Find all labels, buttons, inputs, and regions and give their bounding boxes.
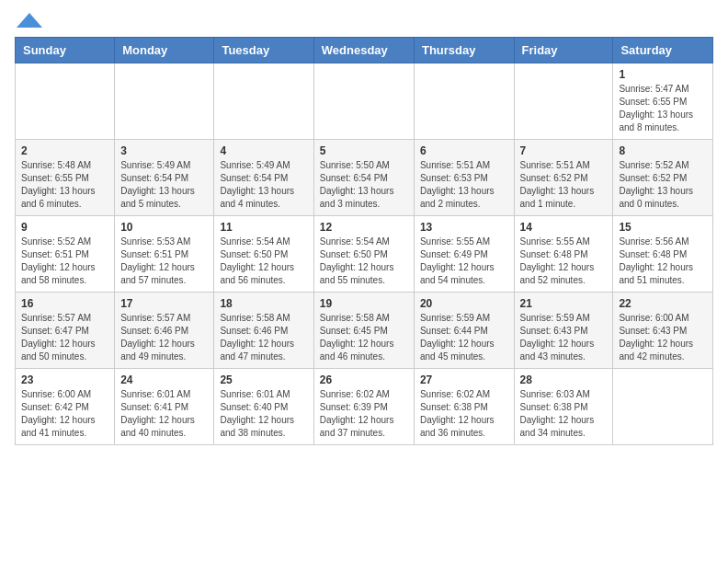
- svg-marker-0: [17, 13, 42, 28]
- day-number: 13: [420, 221, 508, 234]
- day-number: 12: [320, 221, 408, 234]
- day-number: 18: [220, 297, 307, 310]
- day-cell: 6Sunrise: 5:51 AM Sunset: 6:53 PM Daylig…: [414, 140, 514, 216]
- day-cell: 7Sunrise: 5:51 AM Sunset: 6:52 PM Daylig…: [514, 140, 613, 216]
- day-number: 2: [21, 144, 108, 157]
- day-number: 19: [320, 297, 408, 310]
- day-number: 8: [619, 144, 707, 157]
- day-cell: 16Sunrise: 5:57 AM Sunset: 6:47 PM Dayli…: [16, 293, 115, 369]
- day-info: Sunrise: 5:54 AM Sunset: 6:50 PM Dayligh…: [320, 236, 408, 287]
- day-number: 23: [21, 373, 108, 386]
- day-info: Sunrise: 5:49 AM Sunset: 6:54 PM Dayligh…: [120, 159, 208, 211]
- calendar-table: SundayMondayTuesdayWednesdayThursdayFrid…: [15, 37, 713, 445]
- day-info: Sunrise: 5:55 AM Sunset: 6:48 PM Dayligh…: [520, 236, 608, 287]
- day-number: 26: [320, 373, 408, 386]
- day-info: Sunrise: 6:00 AM Sunset: 6:42 PM Dayligh…: [21, 388, 108, 440]
- day-header-friday: Friday: [514, 38, 613, 63]
- day-cell: 11Sunrise: 5:54 AM Sunset: 6:50 PM Dayli…: [214, 216, 313, 293]
- day-header-monday: Monday: [115, 38, 214, 63]
- day-info: Sunrise: 5:55 AM Sunset: 6:49 PM Dayligh…: [420, 236, 508, 287]
- day-number: 28: [520, 373, 608, 386]
- day-cell: [313, 63, 414, 140]
- week-row-0: 1Sunrise: 5:47 AM Sunset: 6:55 PM Daylig…: [16, 63, 713, 140]
- day-number: 4: [220, 144, 307, 157]
- week-row-3: 16Sunrise: 5:57 AM Sunset: 6:47 PM Dayli…: [16, 293, 713, 369]
- day-cell: 28Sunrise: 6:03 AM Sunset: 6:38 PM Dayli…: [514, 369, 613, 445]
- day-info: Sunrise: 5:48 AM Sunset: 6:55 PM Dayligh…: [21, 159, 108, 211]
- day-number: 24: [120, 373, 208, 386]
- day-cell: 4Sunrise: 5:49 AM Sunset: 6:54 PM Daylig…: [214, 140, 313, 216]
- day-info: Sunrise: 5:52 AM Sunset: 6:52 PM Dayligh…: [619, 159, 707, 211]
- day-cell: 10Sunrise: 5:53 AM Sunset: 6:51 PM Dayli…: [115, 216, 214, 293]
- day-number: 25: [220, 373, 307, 386]
- day-header-wednesday: Wednesday: [313, 38, 414, 63]
- day-number: 10: [120, 221, 208, 234]
- day-info: Sunrise: 5:47 AM Sunset: 6:55 PM Dayligh…: [619, 83, 707, 134]
- day-info: Sunrise: 6:00 AM Sunset: 6:43 PM Dayligh…: [619, 312, 707, 363]
- week-row-4: 23Sunrise: 6:00 AM Sunset: 6:42 PM Dayli…: [16, 369, 713, 445]
- day-info: Sunrise: 5:56 AM Sunset: 6:48 PM Dayligh…: [619, 236, 707, 287]
- day-cell: 19Sunrise: 5:58 AM Sunset: 6:45 PM Dayli…: [313, 293, 414, 369]
- day-cell: 22Sunrise: 6:00 AM Sunset: 6:43 PM Dayli…: [613, 293, 713, 369]
- day-number: 21: [520, 297, 608, 310]
- day-number: 6: [420, 144, 508, 157]
- day-info: Sunrise: 6:02 AM Sunset: 6:39 PM Dayligh…: [320, 388, 408, 440]
- day-number: 27: [420, 373, 508, 386]
- day-cell: 13Sunrise: 5:55 AM Sunset: 6:49 PM Dayli…: [414, 216, 514, 293]
- calendar-header-row: SundayMondayTuesdayWednesdayThursdayFrid…: [16, 38, 713, 63]
- day-number: 9: [21, 221, 108, 234]
- day-info: Sunrise: 5:49 AM Sunset: 6:54 PM Dayligh…: [220, 159, 307, 211]
- day-cell: [214, 63, 313, 140]
- day-number: 16: [21, 297, 108, 310]
- day-number: 11: [220, 221, 307, 234]
- day-info: Sunrise: 5:59 AM Sunset: 6:44 PM Dayligh…: [420, 312, 508, 363]
- day-cell: [613, 369, 713, 445]
- day-cell: 20Sunrise: 5:59 AM Sunset: 6:44 PM Dayli…: [414, 293, 514, 369]
- day-cell: [16, 63, 115, 140]
- day-header-sunday: Sunday: [16, 38, 115, 63]
- day-number: 7: [520, 144, 608, 157]
- day-cell: 5Sunrise: 5:50 AM Sunset: 6:54 PM Daylig…: [313, 140, 414, 216]
- day-number: 15: [619, 221, 707, 234]
- day-cell: 26Sunrise: 6:02 AM Sunset: 6:39 PM Dayli…: [313, 369, 414, 445]
- day-cell: 25Sunrise: 6:01 AM Sunset: 6:40 PM Dayli…: [214, 369, 313, 445]
- day-info: Sunrise: 5:54 AM Sunset: 6:50 PM Dayligh…: [220, 236, 307, 287]
- day-header-thursday: Thursday: [414, 38, 514, 63]
- day-info: Sunrise: 6:01 AM Sunset: 6:41 PM Dayligh…: [120, 388, 208, 440]
- day-cell: 2Sunrise: 5:48 AM Sunset: 6:55 PM Daylig…: [16, 140, 115, 216]
- day-cell: 24Sunrise: 6:01 AM Sunset: 6:41 PM Dayli…: [115, 369, 214, 445]
- day-cell: 21Sunrise: 5:59 AM Sunset: 6:43 PM Dayli…: [514, 293, 613, 369]
- page-header: [15, 15, 713, 28]
- day-info: Sunrise: 5:58 AM Sunset: 6:45 PM Dayligh…: [320, 312, 408, 363]
- day-number: 17: [120, 297, 208, 310]
- day-cell: 27Sunrise: 6:02 AM Sunset: 6:38 PM Dayli…: [414, 369, 514, 445]
- day-cell: 14Sunrise: 5:55 AM Sunset: 6:48 PM Dayli…: [514, 216, 613, 293]
- day-cell: [414, 63, 514, 140]
- day-cell: 1Sunrise: 5:47 AM Sunset: 6:55 PM Daylig…: [613, 63, 713, 140]
- day-number: 1: [619, 68, 707, 81]
- day-info: Sunrise: 6:01 AM Sunset: 6:40 PM Dayligh…: [220, 388, 307, 440]
- logo-icon: [17, 13, 42, 28]
- day-info: Sunrise: 5:58 AM Sunset: 6:46 PM Dayligh…: [220, 312, 307, 363]
- day-info: Sunrise: 5:53 AM Sunset: 6:51 PM Dayligh…: [120, 236, 208, 287]
- day-header-saturday: Saturday: [613, 38, 713, 63]
- day-header-tuesday: Tuesday: [214, 38, 313, 63]
- day-cell: 15Sunrise: 5:56 AM Sunset: 6:48 PM Dayli…: [613, 216, 713, 293]
- week-row-1: 2Sunrise: 5:48 AM Sunset: 6:55 PM Daylig…: [16, 140, 713, 216]
- logo: [15, 15, 42, 28]
- day-number: 3: [120, 144, 208, 157]
- day-number: 14: [520, 221, 608, 234]
- day-info: Sunrise: 5:57 AM Sunset: 6:47 PM Dayligh…: [21, 312, 108, 363]
- day-number: 20: [420, 297, 508, 310]
- day-info: Sunrise: 5:51 AM Sunset: 6:53 PM Dayligh…: [420, 159, 508, 211]
- day-cell: 9Sunrise: 5:52 AM Sunset: 6:51 PM Daylig…: [16, 216, 115, 293]
- day-cell: 18Sunrise: 5:58 AM Sunset: 6:46 PM Dayli…: [214, 293, 313, 369]
- day-info: Sunrise: 6:03 AM Sunset: 6:38 PM Dayligh…: [520, 388, 608, 440]
- day-number: 5: [320, 144, 408, 157]
- day-info: Sunrise: 5:51 AM Sunset: 6:52 PM Dayligh…: [520, 159, 608, 211]
- day-info: Sunrise: 6:02 AM Sunset: 6:38 PM Dayligh…: [420, 388, 508, 440]
- day-cell: [115, 63, 214, 140]
- day-cell: 12Sunrise: 5:54 AM Sunset: 6:50 PM Dayli…: [313, 216, 414, 293]
- day-cell: 17Sunrise: 5:57 AM Sunset: 6:46 PM Dayli…: [115, 293, 214, 369]
- day-cell: 8Sunrise: 5:52 AM Sunset: 6:52 PM Daylig…: [613, 140, 713, 216]
